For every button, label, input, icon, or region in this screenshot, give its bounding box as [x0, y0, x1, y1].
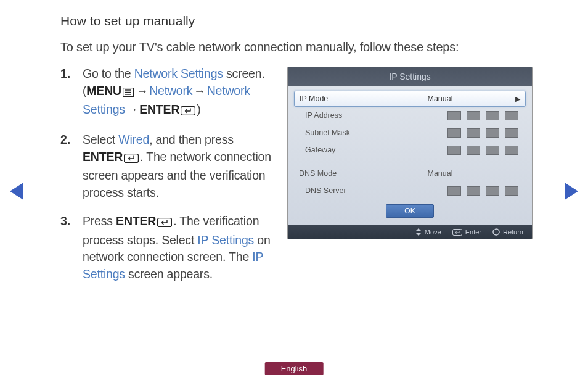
octet-box[interactable] — [505, 146, 518, 155]
label-enter: ENTER — [139, 102, 179, 116]
language-badge[interactable]: English — [265, 362, 324, 375]
octet-box[interactable] — [505, 111, 518, 120]
chevron-right-icon: ▶ — [512, 95, 520, 103]
steps-list: Go to the Network Settings screen. (MENU… — [60, 65, 272, 294]
octet-box[interactable] — [447, 111, 461, 120]
octet-box[interactable] — [486, 111, 499, 120]
panel-title: IP Settings — [288, 67, 532, 86]
arrow-icon: → — [125, 101, 139, 118]
arrow-icon: → — [192, 83, 206, 100]
octet-box[interactable] — [467, 146, 480, 155]
text: Go to the — [83, 67, 134, 80]
octet-box[interactable] — [467, 128, 480, 138]
intro-text: To set up your TV's cable network connec… — [60, 40, 533, 54]
text: Press — [83, 214, 116, 228]
value: Manual — [368, 169, 512, 178]
row-dns-server[interactable]: DNS Server — [294, 182, 526, 199]
octet-box[interactable] — [447, 186, 461, 196]
label-menu: MENU — [86, 84, 121, 97]
octet-box[interactable] — [486, 128, 499, 138]
input-boxes — [368, 186, 521, 196]
hint-move: Move — [415, 228, 441, 236]
label-enter: ENTER — [116, 214, 156, 228]
enter-icon — [452, 229, 462, 236]
enter-icon — [157, 215, 172, 232]
octet-box[interactable] — [447, 146, 461, 155]
hint-return: Return — [492, 228, 523, 236]
row-ip-address[interactable]: IP Address — [294, 107, 526, 124]
link-ip-settings: IP Settings — [197, 233, 254, 247]
link-network-settings: Network Settings — [134, 67, 223, 80]
panel-footer: Move Enter Return — [288, 225, 532, 239]
updown-icon — [415, 228, 422, 236]
next-page-arrow[interactable] — [565, 183, 578, 200]
text: Select — [83, 133, 118, 146]
label: IP Mode — [300, 94, 369, 103]
value: Manual — [369, 94, 512, 103]
row-subnet-mask[interactable]: Subnet Mask — [294, 124, 526, 141]
octet-box[interactable] — [467, 186, 480, 196]
octet-box[interactable] — [486, 186, 499, 196]
octet-box[interactable] — [505, 128, 518, 138]
octet-box[interactable] — [486, 146, 499, 155]
label-enter: ENTER — [83, 150, 123, 164]
enter-icon — [181, 103, 195, 120]
step-3: Press ENTER. The verification process st… — [60, 213, 272, 283]
link-wired: Wired — [118, 133, 149, 146]
label: Subnet Mask — [299, 128, 368, 137]
label: DNS Mode — [299, 169, 368, 178]
step-1: Go to the Network Settings screen. (MENU… — [60, 65, 272, 120]
enter-icon — [124, 151, 139, 168]
row-gateway[interactable]: Gateway — [294, 141, 526, 159]
link-network: Network — [149, 84, 192, 97]
octet-box[interactable] — [447, 128, 461, 138]
label: Gateway — [299, 146, 368, 154]
input-boxes — [368, 146, 521, 155]
prev-page-arrow[interactable] — [10, 183, 23, 200]
input-boxes — [368, 128, 521, 138]
input-boxes — [368, 111, 521, 120]
return-icon — [492, 228, 500, 236]
label: IP Address — [299, 111, 368, 120]
text: screen appears. — [125, 267, 213, 281]
label: DNS Server — [299, 186, 368, 195]
row-dns-mode[interactable]: DNS Mode Manual — [294, 165, 526, 182]
ip-settings-panel: IP Settings IP Mode Manual ▶ IP Address … — [287, 67, 533, 239]
text: , and then press — [149, 133, 234, 146]
menu-icon — [123, 85, 134, 102]
octet-box[interactable] — [467, 111, 480, 120]
step-2: Select Wired, and then press ENTER. The … — [60, 131, 272, 202]
arrow-icon: → — [135, 83, 149, 100]
section-heading: How to set up manually — [60, 14, 195, 31]
row-ip-mode[interactable]: IP Mode Manual ▶ — [294, 91, 526, 107]
ok-button[interactable]: OK — [386, 204, 434, 218]
octet-box[interactable] — [505, 186, 518, 196]
text: ) — [197, 102, 200, 116]
hint-enter: Enter — [452, 228, 481, 236]
